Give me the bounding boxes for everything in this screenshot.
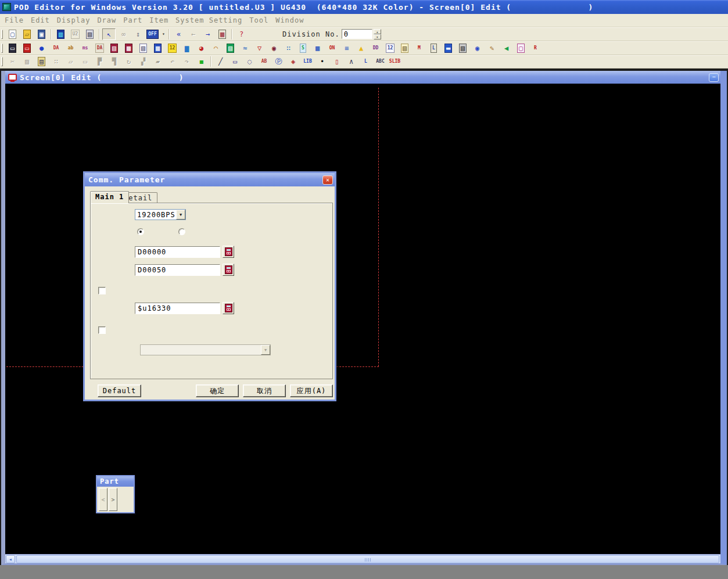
vruler-icon[interactable]: ▯ (330, 56, 343, 67)
menu-file[interactable]: File (3, 15, 30, 26)
data-display-icon[interactable]: DA (49, 42, 63, 54)
overlap-grid-icon[interactable]: ▦ (216, 28, 229, 40)
calendar-12-icon[interactable]: 12 (166, 42, 179, 54)
ms-display-icon[interactable]: ms (78, 42, 92, 54)
part-prev-button[interactable]: < (99, 488, 107, 511)
text-display-icon[interactable]: ab (64, 42, 77, 54)
spinner-down-button[interactable]: ▾ (374, 34, 381, 39)
memo-doc-icon[interactable]: ▢ (514, 42, 528, 54)
rs422-radio[interactable] (178, 228, 185, 235)
dialog-titlebar[interactable]: Comm. Parameter ✕ (85, 173, 335, 186)
tab-main1[interactable]: Main 1 (90, 191, 129, 203)
video-icon[interactable]: ◉ (471, 42, 484, 54)
sampling-icon[interactable]: S (296, 42, 310, 54)
menu-window[interactable]: Window (274, 15, 310, 26)
horizontal-scrollbar[interactable]: ◂ (5, 554, 720, 563)
part-titlebar[interactable]: Part (97, 476, 134, 487)
message-list-icon[interactable]: ≡ (340, 42, 353, 54)
menu-tool[interactable]: Tool (248, 15, 274, 26)
calendar-input[interactable] (135, 303, 220, 314)
memo-edit-icon[interactable]: ▤ (398, 42, 411, 54)
alarm-bell-icon[interactable]: ▲ (354, 42, 368, 54)
num-table-icon[interactable]: ▦ (151, 42, 164, 54)
screen-edit-titlebar[interactable]: Screen[0] Edit ( ) − (5, 71, 720, 84)
statistic-graph-icon[interactable]: ◉ (267, 42, 281, 54)
toolbar-handle[interactable] (1, 44, 3, 53)
close-icon[interactable]: ✕ (322, 175, 333, 185)
cancel-button[interactable]: 取消 (243, 384, 286, 397)
app-titlebar[interactable]: POD Editor for Windows Version 3.20 [ un… (0, 0, 728, 14)
new-file-icon[interactable]: ▢ (6, 28, 19, 40)
line-tool-icon[interactable]: ╱ (214, 56, 227, 67)
data-table-icon[interactable]: ▦ (311, 42, 324, 54)
spinner-up-button[interactable]: ▴ (374, 29, 381, 34)
keypad-display-icon[interactable]: ▦ (122, 42, 135, 54)
menu-draw[interactable]: Draw (96, 15, 122, 26)
read-area-address-button[interactable] (223, 246, 234, 258)
prev-screen-icon[interactable]: « (172, 28, 185, 40)
division-no-input[interactable] (342, 29, 372, 39)
read-area-input[interactable] (135, 246, 220, 258)
trend-graph-icon[interactable]: ≈ (238, 42, 252, 54)
menu-edit[interactable]: Edit (30, 15, 56, 26)
pie-graph-icon[interactable]: ◕ (195, 42, 208, 54)
data-sheet-icon[interactable]: ▤ (224, 42, 237, 54)
use-ethernet-checkbox[interactable] (98, 326, 106, 334)
scroll-left-button[interactable]: ◂ (6, 555, 15, 563)
bar-graph-icon[interactable]: ▆ (180, 42, 193, 54)
keypad-entry-icon[interactable]: ▤ (107, 42, 121, 54)
print-icon[interactable]: ▤ (83, 28, 96, 40)
select-arrow-icon[interactable]: ↖ (102, 28, 116, 40)
part-next-button[interactable]: > (109, 488, 117, 511)
ug200-compatible-checkbox[interactable] (98, 287, 106, 294)
chevron-down-icon[interactable]: ▼ (176, 210, 185, 220)
switch-part-icon[interactable]: ▭ (6, 42, 19, 54)
dot-tool-icon[interactable]: • (315, 56, 329, 67)
card-icon[interactable]: ▬ (442, 42, 455, 54)
message-part-icon[interactable]: ● (35, 42, 48, 54)
menu-display[interactable]: Display (56, 15, 96, 26)
toolbar-handle[interactable] (1, 30, 3, 39)
onoff-display-icon[interactable]: ON (325, 42, 339, 54)
default-button[interactable]: Default (98, 384, 141, 397)
rs232c-radio[interactable] (137, 228, 144, 235)
off-switch-icon-dropdown[interactable]: ▾ (160, 28, 167, 40)
text-tool-icon[interactable]: AB (257, 56, 271, 67)
lamp-part-icon[interactable]: ▭ (20, 42, 34, 54)
macro-icon[interactable]: M (413, 42, 426, 54)
alarm-part-icon[interactable]: ▽ (253, 42, 266, 54)
save-icon[interactable]: ▣ (35, 28, 48, 40)
keyboard-icon[interactable]: ▤ (456, 42, 469, 54)
menu-system-setting[interactable]: System Setting (174, 15, 248, 26)
meter-icon[interactable]: ◠ (209, 42, 223, 54)
menu-part[interactable]: Part (122, 15, 148, 26)
page-edit-icon[interactable]: ✎ (485, 42, 499, 54)
step-ruler-icon[interactable]: L (359, 56, 372, 67)
apply-button[interactable]: 应用(A) (290, 384, 333, 397)
angle-icon[interactable]: ∧ (345, 56, 358, 67)
toolbar-handle[interactable] (1, 57, 3, 66)
transfer-icon[interactable]: ↕ (131, 28, 145, 40)
dot-graph-icon[interactable]: ∷ (282, 42, 295, 54)
paint-p-icon[interactable]: Ⓟ (272, 56, 285, 67)
calendar-address-button[interactable] (223, 302, 234, 314)
scrollbar-thumb[interactable] (16, 555, 719, 563)
next-arrow-icon[interactable]: → (201, 28, 214, 40)
sound-icon[interactable]: ◀ (500, 42, 513, 54)
library-icon[interactable]: LIB (301, 56, 314, 67)
memo-pad-icon[interactable]: ▤ (137, 42, 150, 54)
fill-tool-icon[interactable]: ◈ (286, 56, 300, 67)
paste-icon[interactable]: ▤ (35, 56, 48, 67)
l-frame-icon[interactable]: L (427, 42, 440, 54)
screen-library-icon[interactable]: SLIB (388, 56, 401, 67)
abc-def-icon[interactable]: ABC (374, 56, 387, 67)
baud-rate-combobox[interactable]: 19200BPS ▼ (135, 209, 186, 220)
help-icon[interactable]: ? (235, 28, 248, 40)
screen-copy-icon[interactable]: ▥ (54, 28, 67, 40)
recipe-icon[interactable]: R (529, 42, 542, 54)
write-address-button[interactable] (223, 264, 234, 276)
menu-item[interactable]: Item (148, 15, 174, 26)
ok-button[interactable]: 确定 (196, 384, 239, 397)
minimize-button[interactable]: − (709, 73, 719, 82)
open-folder-icon[interactable]: ▱ (20, 28, 34, 40)
